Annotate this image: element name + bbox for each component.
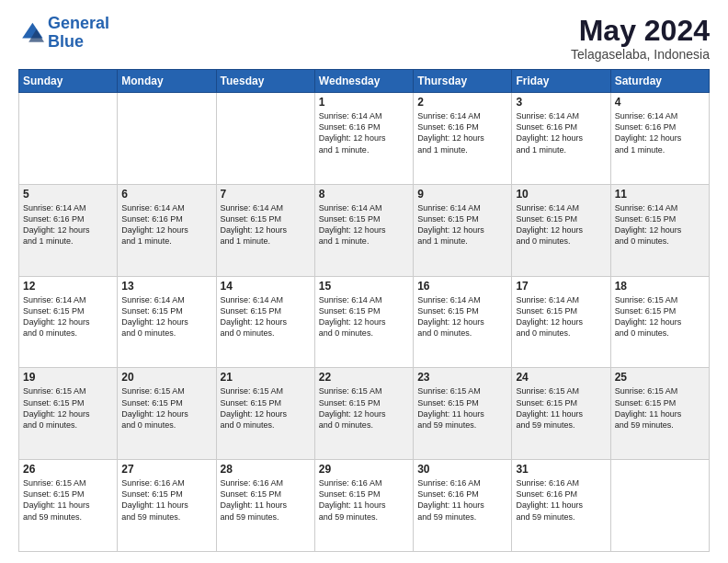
- day-info: Sunrise: 6:14 AM Sunset: 6:15 PM Dayligh…: [417, 202, 507, 247]
- table-row: 16Sunrise: 6:14 AM Sunset: 6:15 PM Dayli…: [414, 276, 512, 368]
- day-number: 29: [319, 463, 409, 476]
- main-title: May 2024: [571, 15, 710, 47]
- table-row: [19, 93, 118, 185]
- day-number: 15: [319, 280, 409, 293]
- day-info: Sunrise: 6:16 AM Sunset: 6:15 PM Dayligh…: [319, 477, 409, 523]
- day-info: Sunrise: 6:16 AM Sunset: 6:15 PM Dayligh…: [221, 477, 311, 523]
- table-row: 22Sunrise: 6:15 AM Sunset: 6:15 PM Dayli…: [314, 368, 413, 460]
- day-info: Sunrise: 6:14 AM Sunset: 6:15 PM Dayligh…: [516, 202, 606, 247]
- day-number: 3: [516, 96, 606, 109]
- logo-text: General Blue: [48, 15, 109, 52]
- day-number: 13: [121, 280, 211, 293]
- day-number: 11: [615, 188, 705, 201]
- day-number: 14: [221, 280, 311, 293]
- calendar-week-row: 12Sunrise: 6:14 AM Sunset: 6:15 PM Dayli…: [19, 276, 710, 368]
- table-row: 12Sunrise: 6:14 AM Sunset: 6:15 PM Dayli…: [19, 276, 118, 368]
- day-info: Sunrise: 6:14 AM Sunset: 6:15 PM Dayligh…: [319, 202, 409, 247]
- day-number: 20: [121, 371, 211, 384]
- day-info: Sunrise: 6:15 AM Sunset: 6:15 PM Dayligh…: [516, 385, 606, 431]
- col-thursday: Thursday: [414, 70, 512, 93]
- title-block: May 2024 Telagaselaba, Indonesia: [571, 15, 710, 62]
- day-info: Sunrise: 6:15 AM Sunset: 6:15 PM Dayligh…: [23, 385, 113, 431]
- day-number: 6: [121, 188, 211, 201]
- day-info: Sunrise: 6:15 AM Sunset: 6:15 PM Dayligh…: [417, 385, 507, 431]
- day-number: 27: [121, 463, 211, 476]
- day-info: Sunrise: 6:14 AM Sunset: 6:15 PM Dayligh…: [23, 294, 113, 339]
- calendar-week-row: 1Sunrise: 6:14 AM Sunset: 6:16 PM Daylig…: [19, 93, 710, 185]
- table-row: 18Sunrise: 6:15 AM Sunset: 6:15 PM Dayli…: [610, 276, 709, 368]
- day-info: Sunrise: 6:15 AM Sunset: 6:15 PM Dayligh…: [615, 385, 705, 431]
- day-number: 16: [417, 280, 507, 293]
- day-number: 23: [417, 371, 507, 384]
- day-info: Sunrise: 6:14 AM Sunset: 6:16 PM Dayligh…: [23, 202, 113, 247]
- table-row: 23Sunrise: 6:15 AM Sunset: 6:15 PM Dayli…: [414, 368, 512, 460]
- table-row: 25Sunrise: 6:15 AM Sunset: 6:15 PM Dayli…: [610, 368, 709, 460]
- day-info: Sunrise: 6:16 AM Sunset: 6:15 PM Dayligh…: [121, 477, 211, 523]
- day-number: 18: [615, 280, 705, 293]
- col-wednesday: Wednesday: [314, 70, 413, 93]
- day-info: Sunrise: 6:14 AM Sunset: 6:16 PM Dayligh…: [615, 110, 705, 155]
- day-number: 31: [516, 463, 606, 476]
- table-row: 3Sunrise: 6:14 AM Sunset: 6:16 PM Daylig…: [512, 93, 610, 185]
- table-row: 1Sunrise: 6:14 AM Sunset: 6:16 PM Daylig…: [314, 93, 413, 185]
- table-row: 26Sunrise: 6:15 AM Sunset: 6:15 PM Dayli…: [19, 460, 118, 552]
- day-number: 30: [417, 463, 507, 476]
- day-info: Sunrise: 6:15 AM Sunset: 6:15 PM Dayligh…: [23, 477, 113, 523]
- day-info: Sunrise: 6:14 AM Sunset: 6:16 PM Dayligh…: [417, 110, 507, 155]
- table-row: 6Sunrise: 6:14 AM Sunset: 6:16 PM Daylig…: [118, 184, 216, 276]
- day-info: Sunrise: 6:14 AM Sunset: 6:16 PM Dayligh…: [319, 110, 409, 155]
- table-row: 13Sunrise: 6:14 AM Sunset: 6:15 PM Dayli…: [118, 276, 216, 368]
- day-number: 26: [23, 463, 113, 476]
- day-info: Sunrise: 6:16 AM Sunset: 6:16 PM Dayligh…: [417, 477, 507, 523]
- day-info: Sunrise: 6:15 AM Sunset: 6:15 PM Dayligh…: [121, 385, 211, 431]
- table-row: [610, 460, 709, 552]
- day-info: Sunrise: 6:14 AM Sunset: 6:15 PM Dayligh…: [121, 294, 211, 339]
- table-row: 29Sunrise: 6:16 AM Sunset: 6:15 PM Dayli…: [314, 460, 413, 552]
- table-row: 15Sunrise: 6:14 AM Sunset: 6:15 PM Dayli…: [314, 276, 413, 368]
- day-number: 8: [319, 188, 409, 201]
- calendar-week-row: 26Sunrise: 6:15 AM Sunset: 6:15 PM Dayli…: [19, 460, 710, 552]
- table-row: 7Sunrise: 6:14 AM Sunset: 6:15 PM Daylig…: [216, 184, 314, 276]
- table-row: 21Sunrise: 6:15 AM Sunset: 6:15 PM Dayli…: [216, 368, 314, 460]
- day-number: 22: [319, 371, 409, 384]
- day-number: 5: [23, 188, 113, 201]
- day-info: Sunrise: 6:15 AM Sunset: 6:15 PM Dayligh…: [615, 294, 705, 339]
- day-info: Sunrise: 6:15 AM Sunset: 6:15 PM Dayligh…: [221, 385, 311, 431]
- header: General Blue May 2024 Telagaselaba, Indo…: [18, 15, 710, 62]
- table-row: 14Sunrise: 6:14 AM Sunset: 6:15 PM Dayli…: [216, 276, 314, 368]
- calendar-week-row: 5Sunrise: 6:14 AM Sunset: 6:16 PM Daylig…: [19, 184, 710, 276]
- day-number: 10: [516, 188, 606, 201]
- day-info: Sunrise: 6:14 AM Sunset: 6:16 PM Dayligh…: [516, 110, 606, 155]
- table-row: 19Sunrise: 6:15 AM Sunset: 6:15 PM Dayli…: [19, 368, 118, 460]
- table-row: 24Sunrise: 6:15 AM Sunset: 6:15 PM Dayli…: [512, 368, 610, 460]
- day-info: Sunrise: 6:14 AM Sunset: 6:15 PM Dayligh…: [221, 294, 311, 339]
- day-number: 12: [23, 280, 113, 293]
- table-row: 9Sunrise: 6:14 AM Sunset: 6:15 PM Daylig…: [414, 184, 512, 276]
- day-number: 4: [615, 96, 705, 109]
- table-row: 4Sunrise: 6:14 AM Sunset: 6:16 PM Daylig…: [610, 93, 709, 185]
- day-info: Sunrise: 6:14 AM Sunset: 6:15 PM Dayligh…: [516, 294, 606, 339]
- day-number: 19: [23, 371, 113, 384]
- day-number: 7: [221, 188, 311, 201]
- table-row: 31Sunrise: 6:16 AM Sunset: 6:16 PM Dayli…: [512, 460, 610, 552]
- col-tuesday: Tuesday: [216, 70, 314, 93]
- day-number: 28: [221, 463, 311, 476]
- logo-icon: [18, 20, 44, 46]
- day-number: 17: [516, 280, 606, 293]
- day-info: Sunrise: 6:14 AM Sunset: 6:15 PM Dayligh…: [615, 202, 705, 247]
- day-number: 2: [417, 96, 507, 109]
- calendar-table: Sunday Monday Tuesday Wednesday Thursday…: [18, 69, 710, 552]
- table-row: 17Sunrise: 6:14 AM Sunset: 6:15 PM Dayli…: [512, 276, 610, 368]
- day-info: Sunrise: 6:14 AM Sunset: 6:15 PM Dayligh…: [319, 294, 409, 339]
- subtitle: Telagaselaba, Indonesia: [571, 47, 710, 62]
- day-info: Sunrise: 6:14 AM Sunset: 6:15 PM Dayligh…: [221, 202, 311, 247]
- table-row: 5Sunrise: 6:14 AM Sunset: 6:16 PM Daylig…: [19, 184, 118, 276]
- table-row: 28Sunrise: 6:16 AM Sunset: 6:15 PM Dayli…: [216, 460, 314, 552]
- calendar-week-row: 19Sunrise: 6:15 AM Sunset: 6:15 PM Dayli…: [19, 368, 710, 460]
- table-row: 11Sunrise: 6:14 AM Sunset: 6:15 PM Dayli…: [610, 184, 709, 276]
- col-saturday: Saturday: [610, 70, 709, 93]
- day-number: 21: [221, 371, 311, 384]
- table-row: [216, 93, 314, 185]
- day-number: 1: [319, 96, 409, 109]
- table-row: 8Sunrise: 6:14 AM Sunset: 6:15 PM Daylig…: [314, 184, 413, 276]
